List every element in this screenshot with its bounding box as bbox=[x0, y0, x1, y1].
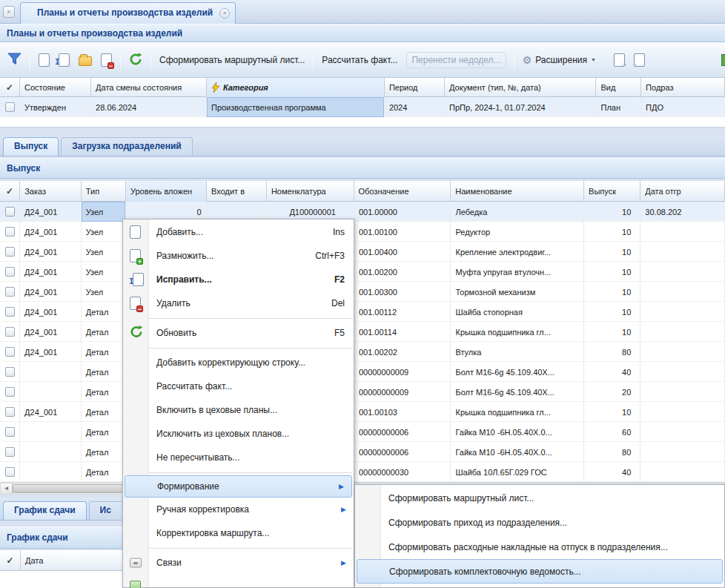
cell-name[interactable]: Шайба 10Л.65Г.029 ГОС bbox=[451, 462, 584, 482]
cell-ship-date[interactable] bbox=[640, 262, 725, 282]
cell-name[interactable]: Болт М16-6g 45.109.40Х... bbox=[451, 382, 584, 402]
cell-designation[interactable]: 00000000006 bbox=[354, 442, 451, 462]
cell-output[interactable]: 10 bbox=[584, 402, 640, 422]
cell-order[interactable]: Д24_001 bbox=[20, 302, 82, 322]
cell-ship-date[interactable] bbox=[640, 302, 725, 322]
column-output[interactable]: Выпуск bbox=[584, 181, 640, 202]
cell-subdivision[interactable]: ПДО bbox=[641, 97, 725, 117]
cell-type[interactable]: Узел bbox=[82, 242, 126, 262]
cell-output[interactable]: 10 bbox=[584, 282, 640, 302]
menu-item-no-recalc[interactable]: Не пересчитывать... bbox=[123, 446, 354, 469]
cell-ship-date[interactable] bbox=[640, 242, 725, 262]
column-subdivision[interactable]: Подраз bbox=[641, 78, 725, 97]
cell-order[interactable] bbox=[20, 362, 82, 382]
row-checkbox[interactable] bbox=[5, 367, 15, 377]
cell-name[interactable]: Крышка подшипника гл... bbox=[451, 402, 584, 422]
cell-order[interactable]: Д24_001 bbox=[20, 222, 82, 242]
cell-output[interactable]: 10 bbox=[584, 202, 640, 222]
cell-name[interactable]: Тормозной механизм bbox=[451, 282, 584, 302]
cell-output[interactable]: 40 bbox=[584, 362, 640, 382]
cell-designation[interactable]: 001.00103 bbox=[354, 402, 451, 422]
delete-button[interactable]: − bbox=[96, 51, 116, 69]
cell-ship-date[interactable] bbox=[640, 282, 725, 302]
table-row[interactable]: Детал 00000000006 Гайка М10 -6Н.05.40Х.0… bbox=[0, 422, 725, 442]
cell-output[interactable]: 10 bbox=[584, 322, 640, 342]
cell-output[interactable]: 40 bbox=[584, 462, 640, 482]
menu-item-route-correction[interactable]: Корректировка маршрута... bbox=[123, 521, 354, 545]
column-order[interactable]: Заказ bbox=[20, 181, 82, 202]
cell-order[interactable] bbox=[20, 442, 82, 462]
cell-name[interactable]: Втулка bbox=[451, 342, 584, 362]
cell-state-date[interactable]: 28.06.2024 bbox=[91, 97, 207, 117]
column-state[interactable]: Состояние bbox=[20, 78, 91, 97]
table-row[interactable]: Д24_001 Узел 001.00100 Редуктор 10 bbox=[0, 222, 725, 242]
cell-order[interactable] bbox=[20, 382, 82, 402]
cell-designation[interactable]: 00000000030 bbox=[354, 462, 451, 482]
cell-type[interactable]: Детал bbox=[82, 342, 126, 362]
column-type[interactable]: Тип bbox=[82, 181, 126, 202]
cell-designation[interactable]: 001.00112 bbox=[354, 302, 451, 322]
cell-category[interactable]: Производственная программа bbox=[207, 97, 385, 117]
row-checkbox[interactable] bbox=[5, 387, 15, 397]
row-checkbox[interactable] bbox=[5, 247, 15, 257]
table-row[interactable]: Д24_001 Детал 001.00103 Крышка подшипник… bbox=[0, 402, 725, 422]
cell-ship-date[interactable] bbox=[640, 442, 725, 462]
row-checkbox[interactable] bbox=[5, 427, 15, 437]
tab-plans-reports[interactable]: Планы и отчеты производства изделий × bbox=[20, 2, 236, 24]
cell-designation[interactable]: 001.00300 bbox=[354, 282, 451, 302]
cell-ship-date[interactable]: 30.08.202 bbox=[640, 202, 725, 222]
cell-ship-date[interactable] bbox=[640, 462, 725, 482]
submenu-item-route-list[interactable]: Сформировать маршрутный лист... bbox=[355, 486, 724, 510]
cell-kind[interactable]: План bbox=[596, 97, 641, 117]
table-row[interactable]: Детал 00000000030 Шайба 10Л.65Г.029 ГОС … bbox=[0, 462, 725, 482]
row-checkbox[interactable] bbox=[5, 347, 15, 357]
row-checkbox[interactable] bbox=[5, 287, 15, 297]
cell-order[interactable]: Д24_001 bbox=[20, 202, 82, 222]
table-row[interactable]: Д24_001 Узел 0 Д100000001 001.00000 Лебе… bbox=[0, 202, 725, 222]
table-row[interactable]: Д24_001 Узел 001.00300 Тормозной механиз… bbox=[0, 282, 725, 302]
menu-item-edit[interactable]: I Исправить... F2 bbox=[123, 268, 354, 291]
column-document[interactable]: Документ (тип, №, дата) bbox=[445, 78, 596, 97]
refresh-button[interactable] bbox=[125, 50, 147, 70]
menu-item-include-shop-plans[interactable]: Включить в цеховые планы... bbox=[123, 398, 354, 422]
tab-delivery-schedule[interactable]: График сдачи bbox=[3, 501, 87, 520]
cell-designation[interactable]: 001.00200 bbox=[354, 262, 451, 282]
cell-period[interactable]: 2024 bbox=[385, 97, 445, 117]
cell-designation[interactable]: 001.00100 bbox=[354, 222, 451, 242]
menu-item-calc-fact[interactable]: Рассчитать факт... bbox=[123, 374, 354, 398]
cell-name[interactable]: Лебедка bbox=[451, 202, 584, 222]
tab-output[interactable]: Выпуск bbox=[3, 137, 59, 156]
open-button[interactable] bbox=[74, 51, 96, 68]
cell-type[interactable]: Узел bbox=[82, 262, 126, 282]
menu-item-delete[interactable]: − Удалить Del bbox=[123, 291, 354, 315]
calc-fact-button[interactable]: Рассчитать факт... bbox=[317, 53, 402, 67]
table-row[interactable]: Детал 00000000006 Гайка М10 -6Н.05.40Х.0… bbox=[0, 442, 725, 462]
cell-name[interactable]: Шайба стопорная bbox=[451, 302, 584, 322]
extensions-button[interactable]: ⚙ Расширения ▼ bbox=[518, 52, 600, 68]
cell-designation[interactable]: 001.00202 bbox=[354, 342, 451, 362]
menu-item-formation[interactable]: Формирование ▶ bbox=[125, 475, 352, 498]
row-checkbox[interactable] bbox=[5, 407, 15, 417]
row-checkbox[interactable] bbox=[5, 327, 15, 337]
cell-order[interactable]: Д24_001 bbox=[20, 242, 82, 262]
cell-order[interactable] bbox=[20, 462, 82, 482]
cell-name[interactable]: Гайка М10 -6Н.05.40Х.0... bbox=[451, 442, 584, 462]
cell-type[interactable]: Узел bbox=[82, 222, 126, 242]
column-name[interactable]: Наименование bbox=[451, 181, 584, 202]
cell-type[interactable]: Детал bbox=[82, 362, 126, 382]
cell-document[interactable]: ПрПр, 2024-1, 01.07.2024 bbox=[445, 97, 596, 117]
cell-output[interactable]: 80 bbox=[584, 442, 640, 462]
cell-output[interactable]: 10 bbox=[584, 222, 640, 242]
cell-ship-date[interactable] bbox=[640, 362, 725, 382]
cell-output[interactable]: 80 bbox=[584, 342, 640, 362]
cell-designation[interactable]: 001.00400 bbox=[354, 242, 451, 262]
cell-designation[interactable]: 00000000009 bbox=[354, 382, 451, 402]
submenu-item-expense-notes[interactable]: Сформировать расходные накладные на отпу… bbox=[355, 535, 724, 559]
filter-button[interactable] bbox=[3, 50, 26, 69]
menu-item-duplicate[interactable]: + Размножить... Ctrl+F3 bbox=[123, 244, 354, 268]
menu-item-links[interactable]: ∞ Связи ▶ bbox=[123, 551, 354, 575]
row-checkbox[interactable] bbox=[5, 307, 15, 317]
route-list-button[interactable]: Сформировать маршрутный лист... bbox=[155, 53, 309, 67]
cell-designation[interactable]: 001.00000 bbox=[354, 202, 451, 222]
cell-type[interactable]: Детал bbox=[82, 322, 126, 342]
